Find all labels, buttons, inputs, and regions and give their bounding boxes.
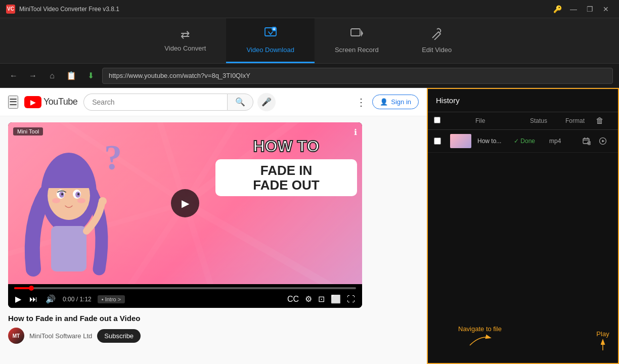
tab-video-download[interactable]: Video Download: [226, 18, 314, 63]
navigate-to-file-button[interactable]: [580, 134, 594, 148]
file-name: How to...: [477, 138, 501, 145]
video-mini-label: Mini Tool: [13, 127, 43, 135]
pip-button[interactable]: ⊡: [317, 293, 326, 305]
history-title: History: [428, 89, 618, 112]
play-annotation-container: Play: [593, 330, 613, 353]
copy-button[interactable]: 📋: [64, 68, 79, 83]
svg-rect-2: [351, 29, 360, 36]
tab-video-download-label: Video Download: [246, 46, 294, 54]
header-status-col: Status: [530, 117, 565, 124]
yt-menu-button[interactable]: ☰: [8, 96, 18, 109]
yt-content: ? HOW TO FADE IN FADE OUT Mini Tool ℹ: [0, 116, 427, 364]
question-mark: ?: [104, 138, 122, 178]
yt-signin-icon: 👤: [380, 98, 388, 106]
app-title: MiniTool Video Converter Free v3.8.1: [19, 6, 119, 13]
minimize-button[interactable]: —: [566, 2, 581, 16]
status-done: ✓ Done: [514, 138, 549, 145]
yt-search-button[interactable]: 🔍: [227, 94, 253, 111]
edit-video-icon: [430, 27, 444, 43]
tab-edit-video[interactable]: Edit Video: [399, 18, 475, 63]
navigate-annotation-container: Navigate to file: [458, 325, 502, 348]
close-button[interactable]: ✕: [599, 2, 613, 16]
video-info-icon: ℹ: [354, 127, 357, 137]
forward-button[interactable]: →: [25, 68, 40, 83]
tab-video-convert-label: Video Convert: [164, 44, 206, 52]
intro-badge: • Intro >: [98, 295, 125, 303]
address-bar: ← → ⌂ 📋 ⬇: [0, 64, 619, 88]
video-title-overlay: HOW TO FADE IN FADE OUT: [215, 138, 357, 196]
header-format-col: Format: [565, 117, 596, 124]
browser-panel: ☰ ▶ YouTube 🔍 🎤 ⋮ 👤 Sign in: [0, 88, 427, 364]
history-row: How to... ✓ Done mp4: [428, 130, 618, 153]
yt-more-button[interactable]: ⋮: [356, 96, 366, 108]
maximize-button[interactable]: ❐: [583, 2, 597, 16]
video-thumbnail: ? HOW TO FADE IN FADE OUT Mini Tool ℹ: [8, 122, 362, 284]
channel-avatar: MT: [8, 328, 24, 344]
svg-point-20: [61, 193, 63, 196]
svg-marker-3: [361, 30, 363, 37]
video-container: ? HOW TO FADE IN FADE OUT Mini Tool ℹ: [8, 122, 362, 308]
channel-row: MT MiniTool Software Ltd Subscribe: [8, 328, 419, 344]
video-play-overlay[interactable]: ▶: [171, 189, 199, 217]
yt-signin-label: Sign in: [391, 98, 411, 106]
select-all-checkbox[interactable]: [434, 117, 440, 123]
video-controls: ▶ ⏭ 🔊 0:00 / 1:12 • Intro > CC ⚙ ⊡ ⬜ ⛶: [8, 284, 362, 308]
header-delete-col: 🗑: [596, 116, 612, 125]
progress-bar[interactable]: [14, 287, 356, 289]
navigate-annotation-text: Navigate to file: [458, 325, 502, 333]
history-panel: History File Status Format 🗑 How: [427, 88, 619, 364]
navigate-annotation-arrow: [465, 333, 495, 348]
back-button[interactable]: ←: [6, 68, 21, 83]
history-body: How to... ✓ Done mp4: [428, 130, 618, 363]
home-button[interactable]: ⌂: [45, 68, 60, 83]
url-input[interactable]: [102, 68, 613, 84]
play-button[interactable]: [596, 134, 610, 148]
tab-screen-record-label: Screen Record: [335, 46, 379, 54]
title-bar-left: VC MiniTool Video Converter Free v3.8.1: [6, 5, 119, 14]
download-button[interactable]: ⬇: [83, 68, 98, 83]
yt-search-input[interactable]: [83, 94, 227, 111]
controls-row: ▶ ⏭ 🔊 0:00 / 1:12 • Intro > CC ⚙ ⊡ ⬜ ⛶: [14, 293, 356, 305]
svg-point-24: [99, 197, 107, 205]
ctrl-right: CC ⚙ ⊡ ⬜ ⛶: [286, 293, 356, 305]
tab-edit-video-label: Edit Video: [422, 46, 452, 54]
history-table-header: File Status Format 🗑: [428, 112, 618, 130]
yt-signin-button[interactable]: 👤 Sign in: [372, 95, 419, 109]
svg-marker-28: [602, 140, 605, 143]
yt-logo-text: YouTube: [43, 97, 77, 107]
delete-all-button[interactable]: 🗑: [596, 116, 604, 125]
play-annotation-arrow: [593, 338, 613, 353]
header-file-col: File: [450, 117, 530, 124]
svg-point-22: [52, 198, 60, 203]
progress-fill: [14, 287, 31, 289]
volume-button[interactable]: 🔊: [45, 293, 57, 305]
file-info: How to...: [450, 134, 514, 148]
yt-logo-icon: ▶: [24, 96, 41, 108]
header-checkbox-col: [434, 117, 450, 125]
settings-button[interactable]: ⚙: [304, 293, 313, 305]
yt-header-right: ⋮ 👤 Sign in: [356, 95, 419, 109]
cc-button[interactable]: CC: [286, 293, 300, 305]
video-title: How to Fade in and Fade out a Video: [8, 313, 419, 324]
subscribe-button[interactable]: Subscribe: [97, 329, 141, 343]
video-download-icon: [264, 27, 277, 43]
key-button[interactable]: 🔑: [550, 2, 564, 16]
tab-screen-record[interactable]: Screen Record: [315, 18, 399, 63]
title-bar: VC MiniTool Video Converter Free v3.8.1 …: [0, 0, 619, 18]
play-pause-button[interactable]: ▶: [14, 293, 22, 305]
yt-mic-button[interactable]: 🎤: [257, 93, 276, 111]
yt-logo[interactable]: ▶ YouTube: [24, 96, 77, 108]
tab-video-convert[interactable]: ⇄ Video Convert: [144, 18, 226, 63]
file-thumbnail: [450, 134, 471, 148]
main-content: ☰ ▶ YouTube 🔍 🎤 ⋮ 👤 Sign in: [0, 88, 619, 364]
theater-button[interactable]: ⬜: [330, 293, 342, 305]
svg-point-21: [77, 193, 79, 196]
play-annotation-text: Play: [596, 330, 609, 338]
progress-dot: [29, 286, 34, 291]
row-checkbox[interactable]: [434, 138, 441, 145]
yt-search-container: 🔍 🎤: [83, 93, 276, 111]
fullscreen-button[interactable]: ⛶: [346, 293, 356, 305]
file-thumb-inner: [450, 134, 471, 148]
app-icon: VC: [6, 5, 15, 14]
next-button[interactable]: ⏭: [28, 294, 38, 305]
